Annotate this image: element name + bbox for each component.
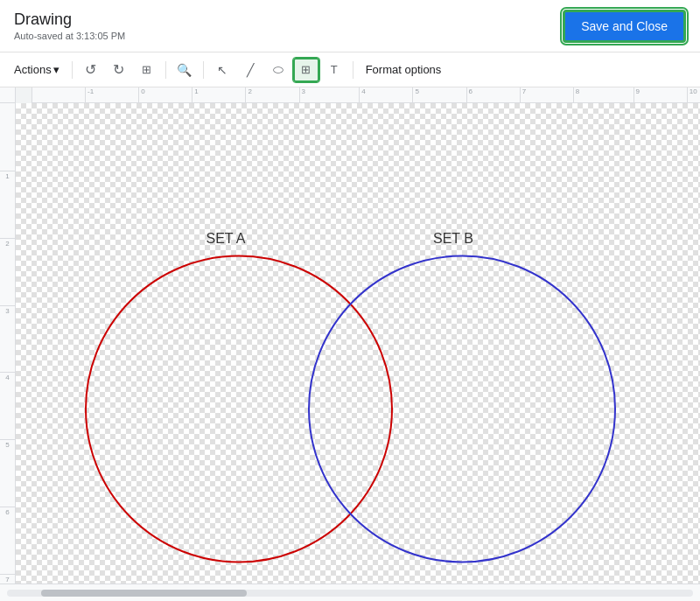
ruler-mark: 3 [299,87,305,102]
ruler-mark: 2 [245,87,251,102]
zoom-icon: 🔍 [177,63,192,77]
select-icon: ↖ [217,63,228,77]
ruler-mark-v: 5 [0,439,15,449]
undo-icon: ↺ [85,61,96,78]
shape-tool-button[interactable]: ⬭ [265,58,291,82]
drawing-canvas[interactable]: SET A SET B [16,103,700,584]
zoom-button[interactable]: 🔍 [172,58,198,82]
ruler-mark-v: 6 [0,507,15,516]
toolbar-separator-3 [203,61,204,79]
ruler-mark-v: 4 [0,372,15,381]
bottom-scrollbar-bar [0,584,700,601]
horizontal-scrollbar[interactable] [7,590,693,597]
redo-icon: ↻ [113,61,124,78]
ruler-mark: 9 [634,87,640,102]
textbox-icon: T [331,63,338,76]
ruler-mark: 0 [138,87,144,102]
ruler-mark [32,87,34,102]
autosave-status: Auto-saved at 3:13:05 PM [14,31,125,41]
circle-a [86,256,392,563]
select-tool-button[interactable]: ↖ [209,58,235,82]
actions-dropdown-icon: ▾ [53,63,60,76]
line-tool-button[interactable]: ╱ [237,58,263,82]
textbox-tool-button[interactable]: T [321,58,347,82]
set-b-label: SET B [433,231,473,246]
table-tool-button[interactable]: ⊞ [293,58,319,82]
shape-icon: ⬭ [273,62,284,77]
title-bar: Drawing Auto-saved at 3:13:05 PM Save an… [0,0,700,52]
scrollbar-thumb[interactable] [41,590,247,597]
table-icon: ⊞ [301,63,311,76]
ruler-mark: 5 [412,87,418,102]
ruler-mark: 10 [687,87,697,102]
set-a-label: SET A [206,231,245,246]
title-left: Drawing Auto-saved at 3:13:05 PM [14,10,125,41]
ruler-mark-v: 3 [0,305,15,315]
toolbar: Actions ▾ ↺ ↻ ⊞ 🔍 ↖ ╱ ⬭ ⊞ T Format optio… [0,52,700,87]
ruler-mark: 7 [520,87,526,102]
undo-button[interactable]: ↺ [78,58,104,82]
ruler-mark-v: 2 [0,238,15,248]
venn-diagram-svg: SET A SET B [16,103,700,584]
save-and-close-button[interactable]: Save and Close [563,10,686,43]
actions-menu-button[interactable]: Actions ▾ [7,58,66,82]
ruler-left: 1 2 3 4 5 6 7 [0,103,16,584]
app-title: Drawing [14,10,125,29]
actions-label: Actions [14,63,52,76]
toolbar-separator-1 [72,61,73,79]
toolbar-separator-2 [165,61,166,79]
ruler-mark: 6 [466,87,472,102]
ruler-mark: 4 [359,87,365,102]
print-icon: ⊞ [142,63,151,76]
ruler-mark-v: 7 [0,574,15,584]
canvas-area: 1 2 3 4 5 6 7 SET A SET B [0,103,700,584]
circle-b [309,256,615,563]
ruler-top: -1 0 1 2 3 4 5 6 7 8 9 10 [32,87,700,103]
ruler-corner [0,87,16,103]
format-options-button[interactable]: Format options [359,58,449,82]
redo-button[interactable]: ↻ [106,58,132,82]
toolbar-separator-4 [353,61,354,79]
ruler-mark: 1 [192,87,198,102]
print-button[interactable]: ⊞ [134,58,160,82]
ruler-mark-v: 1 [0,171,15,180]
ruler-mark: -1 [85,87,94,102]
line-icon: ╱ [247,63,254,77]
ruler-mark: 8 [573,87,579,102]
